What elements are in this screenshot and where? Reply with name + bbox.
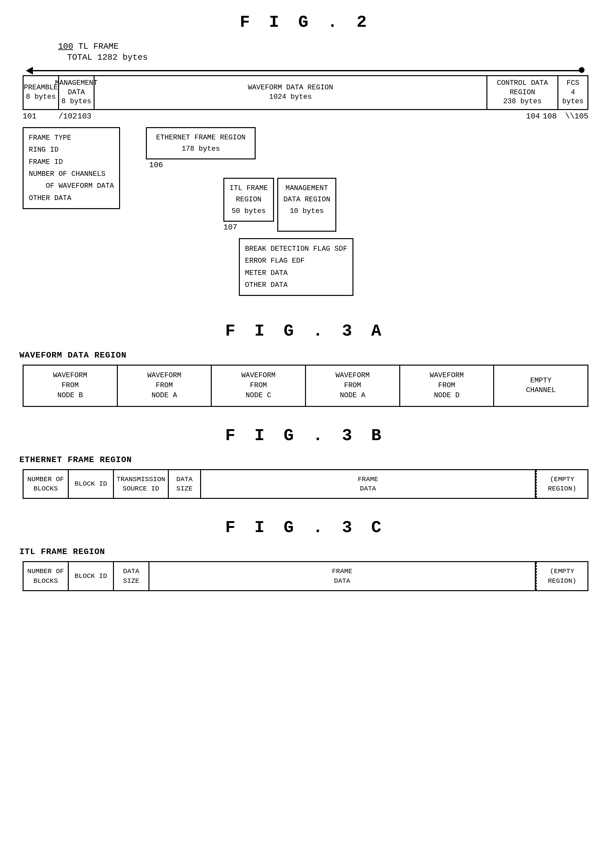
arrow-container (23, 65, 588, 75)
wf-empty: EMPTY CHANNEL (494, 366, 588, 406)
num-102: /102 (58, 112, 78, 121)
detail-center-group: ETHERNET FRAME REGION 178 bytes 106 ITL … (127, 127, 588, 232)
itl-content-line2: ERROR FLAG EDF (245, 255, 347, 267)
itl-detail-bytes: 50 bytes (230, 206, 268, 217)
arrow-dot-right (579, 67, 585, 73)
wf-node-b: WAVEFORM FROM NODE B (23, 366, 118, 406)
wf-node-d: WAVEFORM FROM NODE D (400, 366, 495, 406)
control-data-cell: CONTROL DATA REGION 238 bytes (487, 76, 558, 109)
num-106: 106 (149, 161, 588, 169)
itl-empty-region: (EMPTY REGION) (536, 562, 588, 590)
fig3c-section-label: ITL FRAME REGION (19, 547, 592, 556)
itl-content-line1: BREAK DETECTION FLAG SDF (245, 243, 347, 255)
preamble-line2: 8 bytes (26, 93, 56, 102)
detail-left-line5: OF WAVEFORM DATA (29, 180, 114, 192)
num-105: \\105 (559, 112, 588, 121)
itl-block-id: BLOCK ID (69, 562, 114, 590)
fcs-line2: 4 bytes (560, 88, 586, 107)
fcs-cell: FCS 4 bytes (558, 76, 588, 109)
mgmt-detail-line2: DATA REGION (284, 194, 330, 205)
waveform-line1: WAVEFORM DATA REGION (248, 83, 333, 93)
eth-data-size: DATA SIZE (169, 470, 201, 498)
wf-node-c: WAVEFORM FROM NODE C (212, 366, 306, 406)
eth-box-wrapper: ETHERNET FRAME REGION 178 bytes 106 (146, 127, 588, 169)
fig3b-section: F I G . 3 B ETHERNET FRAME REGION NUMBER… (19, 426, 592, 499)
preamble-cell: PREAMBLE 8 bytes (23, 76, 59, 109)
arrow-line (29, 70, 582, 71)
wf-node-a2: WAVEFORM FROM NODE A (306, 366, 400, 406)
eth-detail-title: ETHERNET FRAME REGION (152, 132, 250, 143)
fig2-container: F I G . 2 100 TL FRAME TOTAL 1282 bytes … (19, 13, 592, 296)
detail-left-line4: NUMBER OF CHANNELS (29, 168, 114, 180)
fig3a-section-label: WAVEFORM DATA REGION (19, 350, 592, 360)
itl-data-size: DATA SIZE (114, 562, 149, 590)
itl-box-wrapper: ITL FRAME REGION 50 bytes 107 (223, 178, 274, 232)
control-line3: 238 bytes (503, 97, 541, 107)
fig3a-title: F I G . 3 A (19, 322, 592, 341)
fcs-line1: FCS (566, 79, 579, 88)
fig2-title: F I G . 2 (19, 13, 592, 32)
itl-frame-data: FRAME DATA (149, 562, 536, 590)
mgmt-detail-box: MANAGEMENT DATA REGION 10 bytes (277, 178, 337, 232)
eth-frame-data: FRAME DATA (201, 470, 536, 498)
control-line1: CONTROL DATA (497, 79, 548, 88)
fig3b-table: NUMBER OF BLOCKS BLOCK ID TRANSMISSION S… (23, 469, 588, 499)
detail-area: FRAME TYPE RING ID FRAME ID NUMBER OF CH… (23, 127, 588, 232)
fig3b-section-label: ETHERNET FRAME REGION (19, 455, 592, 465)
fig3c-table: NUMBER OF BLOCKS BLOCK ID DATA SIZE FRAM… (23, 561, 588, 591)
fig3c-section: F I G . 3 C ITL FRAME REGION NUMBER OF B… (19, 518, 592, 591)
fig3c-title: F I G . 3 C (19, 518, 592, 537)
detail-left-line2: RING ID (29, 144, 114, 156)
tl-frame-total: TOTAL 1282 bytes (67, 53, 592, 62)
detail-left-group: FRAME TYPE RING ID FRAME ID NUMBER OF CH… (23, 127, 120, 209)
fig3a-table: WAVEFORM FROM NODE B WAVEFORM FROM NODE … (23, 364, 588, 406)
itl-content-wrapper: BREAK DETECTION FLAG SDF ERROR FLAG EDF … (239, 238, 588, 296)
mgmt-line2: DATA (68, 88, 85, 98)
mgmt-detail-line1: MANAGEMENT (284, 183, 330, 194)
arrow-head-left (26, 67, 33, 74)
num-101: 101 (23, 112, 58, 121)
itl-content-line4: OTHER DATA (245, 279, 347, 291)
fig3b-title: F I G . 3 B (19, 426, 592, 445)
mgmt-line1: MANAGEMENT (55, 79, 98, 88)
itl-detail-box: ITL FRAME REGION 50 bytes (223, 178, 274, 222)
frame-table: PREAMBLE 8 bytes MANAGEMENT DATA 8 bytes… (23, 75, 588, 110)
itl-num-blocks: NUMBER OF BLOCKS (23, 562, 69, 590)
itl-content-box: BREAK DETECTION FLAG SDF ERROR FLAG EDF … (239, 238, 354, 296)
eth-detail-box: ETHERNET FRAME REGION 178 bytes (146, 127, 256, 160)
tl-frame-ref: 100 (58, 42, 73, 51)
preamble-line1: PREAMBLE (24, 83, 58, 93)
waveform-data-cell: WAVEFORM DATA REGION 1024 bytes (95, 76, 487, 109)
mgmt-data-cell: MANAGEMENT DATA 8 bytes (59, 76, 95, 109)
detail-left-line3: FRAME ID (29, 156, 114, 168)
numbers-row: 101 /102 103 104 108 \\105 (23, 112, 588, 121)
num-107: 107 (223, 223, 274, 232)
wf-node-a1: WAVEFORM FROM NODE A (118, 366, 212, 406)
mgmt-detail-bytes: 10 bytes (284, 206, 330, 217)
tl-frame-label-text: TL FRAME (78, 42, 118, 51)
num-108: 108 (540, 112, 559, 121)
num-103: 103 (78, 112, 90, 121)
eth-num-blocks: NUMBER OF BLOCKS (23, 470, 69, 498)
fig3a-section: F I G . 3 A WAVEFORM DATA REGION WAVEFOR… (19, 322, 592, 406)
itl-mgmt-group: ITL FRAME REGION 50 bytes 107 MANAGEMENT… (223, 178, 588, 232)
detail-left-box: FRAME TYPE RING ID FRAME ID NUMBER OF CH… (23, 127, 120, 209)
eth-detail-bytes: 178 bytes (152, 143, 250, 155)
itl-detail-line2: REGION (230, 194, 268, 205)
itl-content-line3: METER DATA (245, 267, 347, 279)
detail-left-line1: FRAME TYPE (29, 132, 114, 144)
itl-detail-line1: ITL FRAME (230, 183, 268, 194)
tl-frame-label: 100 TL FRAME (58, 42, 592, 51)
eth-block-id: BLOCK ID (69, 470, 114, 498)
eth-empty-region: (EMPTY REGION) (536, 470, 588, 498)
num-104: 104 (508, 112, 540, 121)
control-line2: REGION (510, 88, 535, 98)
waveform-line2: 1024 bytes (269, 93, 312, 102)
detail-left-line6: OTHER DATA (29, 192, 114, 204)
mgmt-line3: 8 bytes (61, 97, 91, 107)
eth-trans-source: TRANSMISSION SOURCE ID (114, 470, 169, 498)
